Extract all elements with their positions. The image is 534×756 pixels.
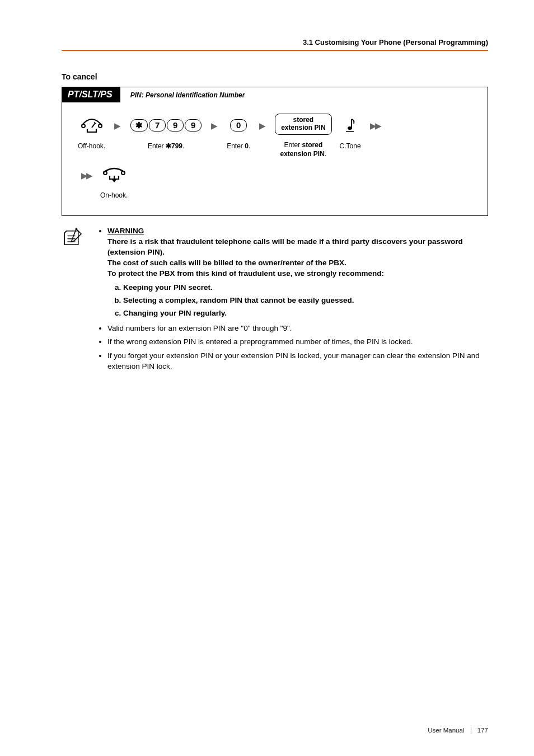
rec-item-a: Keeping your PIN secret. [123,283,488,293]
flow-header: PT/SLT/PS PIN: Personal Identification N… [62,87,488,102]
notes-body: WARNING There is a risk that fraudulent … [95,226,488,375]
warning-text-1: There is a risk that fraudulent telephon… [107,237,463,256]
footer-divider [471,727,471,734]
double-arrow-icon: ▶▶ [81,171,91,181]
dial-0-label: Enter 0. [227,142,250,157]
key-sequence-0: 0 [229,114,247,137]
device-type-tab: PT/SLT/PS [62,87,120,102]
on-hook-icon [101,163,127,186]
key-star: ✱ [130,119,148,132]
rec-item-b: Selecting a complex, random PIN that can… [123,295,488,306]
step-on-hook: On-hook. [100,163,128,206]
arrow-icon: ▶ [259,121,266,131]
procedure-flow-box: PT/SLT/PS PIN: Personal Identification N… [62,87,488,216]
notes-section: WARNING There is a risk that fraudulent … [62,226,488,375]
key-7: 7 [149,119,166,132]
arrow-icon: ▶ [211,121,218,131]
text: Enter [227,142,245,150]
stored-pin-box: stored extension PIN [275,112,331,136]
section-header: 3.1 Customising Your Phone (Personal Pro… [62,38,488,51]
svg-point-3 [104,171,107,175]
page-footer: User Manual 177 [428,727,488,734]
warning-title: WARNING [107,227,144,235]
off-hook-icon [79,114,104,137]
note-pin-locked: If the wrong extension PIN is entered a … [107,337,488,348]
off-hook-label: Off-hook. [78,142,105,157]
text: 0 [245,142,249,150]
key-9: 9 [167,119,184,132]
flow-row-2: ▶▶ On-hook. [62,158,488,206]
svg-point-8 [76,228,78,231]
footer-label: User Manual [428,727,464,734]
tone-icon [344,114,357,137]
arrow-icon: ▶ [114,121,121,131]
warning-text-3: To protect the PBX from this kind of fra… [107,269,384,278]
warning-text-2: The cost of such calls will be billed to… [107,259,346,267]
page-number: 177 [477,727,488,734]
enter-pin-label: Enter stored extension PIN. [280,140,327,158]
on-hook-label: On-hook. [100,191,128,206]
note-pin-forget: If you forget your extension PIN or your… [107,351,488,372]
text: stored [302,141,323,149]
key-0: 0 [230,119,247,132]
text: extension PIN [280,150,325,158]
text: extension PIN [281,124,325,132]
text: Enter [284,141,302,149]
step-off-hook: Off-hook. [78,114,105,157]
svg-point-4 [121,171,125,175]
procedure-title: To cancel [62,72,488,81]
dial-799-label: Enter ✱799. [148,142,184,157]
text: Enter [148,142,166,150]
svg-point-2 [348,126,352,130]
pin-caption: PIN: Personal Identification Number [130,91,245,99]
step-dial-799: ✱ 7 9 9 Enter ✱799. [130,114,202,157]
tone-label: C.Tone [340,142,361,157]
notes-icon [62,226,85,375]
text: stored [293,116,314,124]
rec-item-c: Changing your PIN regularly. [123,308,488,319]
svg-point-0 [82,124,85,128]
step-confirmation-tone: C.Tone [340,114,361,157]
double-arrow-icon: ▶▶ [370,121,380,131]
warning-item: WARNING There is a risk that fraudulent … [107,226,488,318]
note-valid-numbers: Valid numbers for an extension PIN are "… [107,323,488,334]
key-sequence-799: ✱ 7 9 9 [130,114,202,137]
step-enter-pin: stored extension PIN Enter stored extens… [275,112,331,158]
flow-row-1: Off-hook. ▶ ✱ 7 9 9 Enter ✱799. ▶ 0 Ente… [62,102,488,158]
key-9: 9 [185,119,202,132]
svg-point-1 [99,124,102,128]
step-dial-0: 0 Enter 0. [227,114,250,157]
text: 799 [171,142,182,150]
